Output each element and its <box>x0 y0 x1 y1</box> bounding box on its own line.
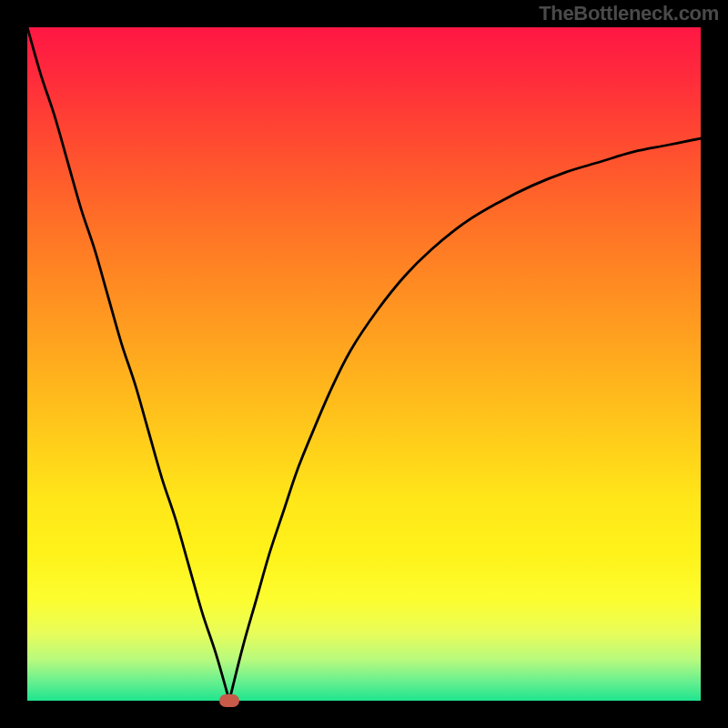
plot-area <box>27 27 701 701</box>
curve-right-branch <box>229 138 701 701</box>
chart-curve <box>27 27 701 701</box>
chart-frame: TheBottleneck.com <box>0 0 728 728</box>
watermark-text: TheBottleneck.com <box>539 2 719 25</box>
minimum-marker <box>219 694 239 707</box>
curve-left-branch <box>27 27 229 701</box>
